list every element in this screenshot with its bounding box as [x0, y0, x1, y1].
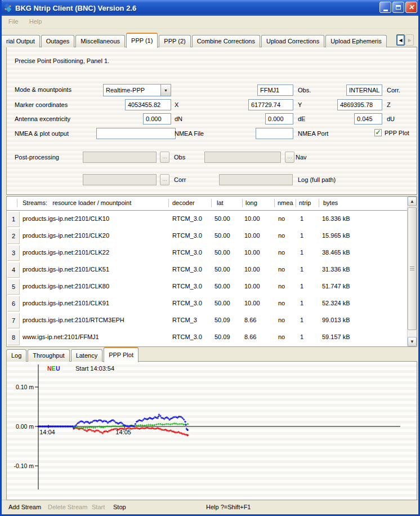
tab-combine-corrections[interactable]: Combine Corrections: [192, 35, 260, 47]
cell-long: 10.00: [244, 249, 260, 256]
tab-scroll-right-button[interactable]: [405, 34, 414, 46]
nav-browse-button[interactable]: ...: [285, 152, 294, 163]
marker-y-input[interactable]: [248, 99, 293, 110]
table-row[interactable]: 1products.igs-ip.net:2101/CLK10RTCM_3.05…: [7, 211, 407, 228]
row-number[interactable]: 7: [7, 313, 20, 328]
de-input[interactable]: [265, 113, 293, 124]
corr-label: Corr.: [387, 87, 400, 94]
obs-mountpoint-input[interactable]: [257, 84, 293, 96]
corr-mountpoint-input[interactable]: [346, 84, 382, 96]
row-number[interactable]: 1: [7, 211, 20, 227]
table-row[interactable]: 3products.igs-ip.net:2101/CLK22RTCM_3.05…: [7, 245, 407, 262]
nmea-plot-output-label: NMEA & plot output: [15, 130, 69, 137]
cell-nmea: no: [278, 283, 285, 290]
mode-mountpoints-label: Mode & mountpoints: [15, 86, 72, 93]
minimize-button[interactable]: [379, 2, 391, 13]
panel-title: Precise Point Positioning, Panel 1.: [15, 57, 109, 64]
nav-file-input[interactable]: [204, 152, 281, 163]
bottom-tab-log[interactable]: Log: [6, 349, 26, 362]
header-lat: lat: [217, 199, 224, 206]
row-number[interactable]: 2: [7, 228, 20, 244]
cell-ntrip: 1: [300, 333, 303, 340]
bottom-tab-bar: LogThroughputLatencyPPP Plot: [6, 348, 140, 362]
chevron-down-icon[interactable]: [160, 84, 171, 96]
y-tick-label: -0.10 m: [14, 462, 34, 469]
log-path-label: Log (full path): [298, 176, 336, 183]
row-number[interactable]: 5: [7, 279, 20, 295]
marker-z-input[interactable]: [337, 99, 382, 110]
obs-browse-button[interactable]: ...: [160, 152, 169, 163]
streams-table: Streams: resource loader / mountpoint de…: [6, 196, 417, 347]
tab-scroll-left-button[interactable]: [396, 34, 405, 46]
stop-button[interactable]: Stop: [113, 504, 126, 510]
add-stream-button[interactable]: Add Stream: [8, 504, 41, 510]
close-icon: [408, 4, 414, 11]
cell-bytes: 38.465 kB: [322, 249, 350, 256]
table-row[interactable]: 6products.igs-ip.net:2101/CLK91RTCM_3.05…: [7, 296, 407, 313]
corr-browse-button[interactable]: ...: [160, 174, 169, 185]
cell-lat: 50.00: [215, 215, 230, 222]
ppp-plot-checkbox[interactable]: [374, 129, 382, 136]
tab-outages[interactable]: Outages: [41, 35, 75, 47]
nmea-port-input[interactable]: [256, 128, 293, 139]
maximize-icon: [396, 5, 401, 10]
menu-file[interactable]: File: [4, 16, 23, 25]
tab-upload-ephemeris[interactable]: Upload Ephemeris: [325, 35, 387, 47]
header-decoder: decoder: [172, 199, 195, 206]
marker-x-input[interactable]: [125, 99, 171, 110]
row-number[interactable]: 6: [7, 296, 20, 312]
tab-upload-corrections[interactable]: Upload Corrections: [261, 35, 324, 47]
cell-resource: www.igs-ip.net:2101/FFMJ1: [23, 333, 99, 340]
table-scrollbar[interactable]: [407, 197, 417, 346]
row-number[interactable]: 4: [7, 262, 20, 278]
x-label: X: [175, 101, 178, 108]
cell-resource: products.igs-ip.net:2101/CLK51: [23, 266, 109, 273]
table-row[interactable]: 7products.igs-ip.net:2101/RTCM3EPHRTCM_3…: [7, 313, 407, 330]
bottom-tab-latency[interactable]: Latency: [71, 349, 103, 362]
cell-decoder: RTCM_3.0: [172, 215, 202, 222]
row-number[interactable]: 3: [7, 245, 20, 261]
y-tick-label: 0.00 m: [16, 423, 34, 430]
obs-file-input[interactable]: [83, 152, 157, 163]
scroll-up-icon[interactable]: [408, 197, 417, 206]
cell-ntrip: 1: [300, 283, 303, 290]
tab-rial-output[interactable]: rial Output: [2, 35, 40, 47]
app-icon: [3, 3, 12, 12]
cell-nmea: no: [278, 215, 285, 222]
cell-nmea: no: [278, 300, 285, 306]
cell-lat: 50.00: [215, 283, 230, 290]
table-row[interactable]: 8www.igs-ip.net:2101/FFMJ1RTCM_3.050.098…: [7, 330, 407, 346]
table-row[interactable]: 4products.igs-ip.net:2101/CLK51RTCM_3.05…: [7, 262, 407, 279]
post-processing-label: Post-processing: [15, 154, 59, 161]
maximize-button[interactable]: [392, 2, 404, 13]
header-bytes: bytes: [323, 199, 338, 206]
ppp-plot-panel: NEUStart 14:03:540.10 m0.00 m-0.10 m14:0…: [6, 361, 417, 500]
row-number[interactable]: 8: [7, 330, 20, 345]
table-row[interactable]: 5products.igs-ip.net:2101/CLK80RTCM_3.05…: [7, 279, 407, 296]
ppp-panel: Precise Point Positioning, Panel 1. Mode…: [6, 47, 417, 195]
ppp-plot-label: PPP Plot: [385, 130, 409, 136]
cell-ntrip: 1: [300, 232, 303, 239]
nmea-file-input[interactable]: [96, 128, 176, 139]
close-button[interactable]: [405, 2, 417, 13]
corr-file-label: Corr: [174, 176, 186, 183]
dn-input[interactable]: [143, 113, 171, 124]
titlebar[interactable]: BKG Ntrip Client (BNC) Version 2.6: [0, 0, 420, 16]
cell-ntrip: 1: [300, 317, 303, 323]
du-input[interactable]: [354, 113, 382, 124]
cell-decoder: RTCM_3.0: [172, 283, 202, 290]
cell-ntrip: 1: [300, 249, 303, 256]
tab-ppp-2-[interactable]: PPP (2): [159, 35, 190, 47]
bottom-tab-throughput[interactable]: Throughput: [28, 349, 69, 362]
scrollbar-thumb[interactable]: [408, 207, 417, 330]
log-path-input[interactable]: [219, 174, 293, 185]
tab-miscellaneous[interactable]: Miscellaneous: [75, 35, 125, 47]
scroll-down-icon[interactable]: [408, 337, 417, 346]
menu-help[interactable]: Help: [25, 16, 47, 25]
tab-ppp-1-[interactable]: PPP (1): [126, 33, 158, 48]
table-row[interactable]: 2products.igs-ip.net:2101/CLK20RTCM_3.05…: [7, 228, 407, 245]
bottom-tab-ppp-plot[interactable]: PPP Plot: [104, 347, 138, 362]
start-button: Start: [92, 504, 105, 510]
corr-file-input[interactable]: [83, 174, 157, 185]
mode-combobox[interactable]: Realtime-PPP: [103, 84, 171, 96]
